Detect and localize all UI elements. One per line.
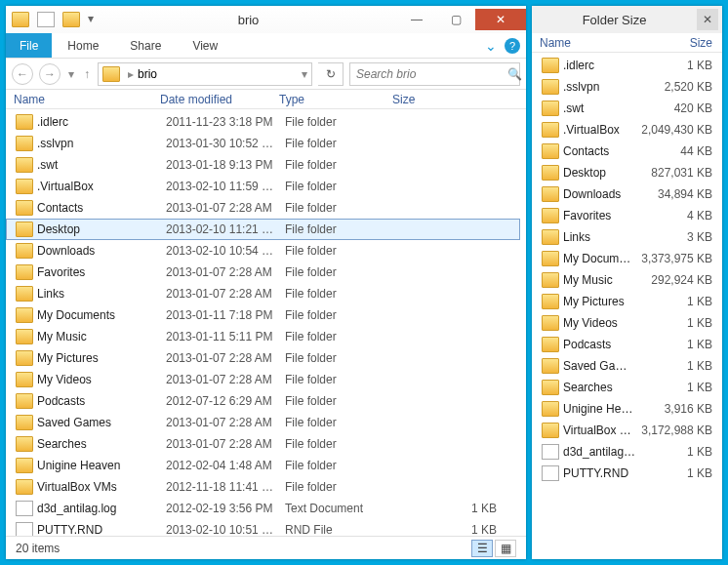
view-details-button[interactable]: ☰: [471, 540, 493, 557]
side-close-button[interactable]: ✕: [697, 9, 718, 30]
table-row[interactable]: Favorites2013-01-07 2:28 AMFile folder: [6, 262, 526, 283]
table-row[interactable]: VirtualBox VMs2012-11-18 11:41 …File fol…: [6, 476, 526, 498]
item-name: Saved Games: [563, 359, 636, 373]
search-input[interactable]: [356, 67, 504, 81]
item-type: Text Document: [285, 502, 398, 515]
item-type: File folder: [285, 180, 398, 193]
folder-icon: [542, 208, 559, 223]
table-row[interactable]: Desktop827,031 KB: [532, 162, 722, 183]
close-button[interactable]: ✕: [475, 9, 526, 30]
ribbon-expand-icon[interactable]: ⌄: [477, 38, 505, 54]
address-dropdown-icon[interactable]: ▾: [302, 67, 307, 81]
table-row[interactable]: .sslvpn2013-01-30 10:52 …File folder: [6, 133, 526, 154]
table-row[interactable]: Searches2013-01-07 2:28 AMFile folder: [6, 433, 526, 455]
item-date: 2013-02-10 10:51 …: [166, 523, 285, 536]
table-row[interactable]: My Documents3,373,975 KB: [532, 248, 722, 269]
maximize-button[interactable]: ▢: [436, 9, 475, 30]
side-col-name[interactable]: Name: [532, 36, 636, 50]
breadcrumb-sep-icon[interactable]: ▸: [128, 67, 134, 81]
table-row[interactable]: My Videos2013-01-07 2:28 AMFile folder: [6, 369, 526, 390]
breadcrumb-path[interactable]: brio: [138, 67, 157, 81]
item-name: .swt: [37, 158, 166, 172]
col-size[interactable]: Size: [384, 93, 526, 106]
table-row[interactable]: .sslvpn2,520 KB: [532, 76, 722, 98]
title-bar[interactable]: ▾ brio — ▢ ✕: [6, 6, 526, 33]
table-row[interactable]: Unigine Heaven3,916 KB: [532, 398, 722, 420]
table-row[interactable]: PUTTY.RND2013-02-10 10:51 …RND File1 KB: [6, 519, 526, 536]
table-row[interactable]: Links2013-01-07 2:28 AMFile folder: [6, 283, 526, 304]
file-tab[interactable]: File: [6, 33, 52, 58]
table-row[interactable]: Desktop2013-02-10 11:21 …File folder: [6, 219, 520, 240]
table-row[interactable]: PUTTY.RND1 KB: [532, 463, 722, 484]
item-date: 2013-01-30 10:52 …: [166, 137, 285, 150]
table-row[interactable]: Unigine Heaven2012-02-04 1:48 AMFile fol…: [6, 455, 526, 476]
table-row[interactable]: .VirtualBox2,049,430 KB: [532, 119, 722, 141]
table-row[interactable]: My Music292,924 KB: [532, 269, 722, 291]
item-date: 2013-01-18 9:13 PM: [166, 158, 285, 172]
refresh-button[interactable]: ↻: [318, 62, 344, 86]
forward-button[interactable]: →: [39, 63, 61, 85]
table-row[interactable]: My Documents2013-01-11 7:18 PMFile folde…: [6, 304, 526, 326]
side-file-list[interactable]: .idlerc1 KB.sslvpn2,520 KB.swt420 KB.Vir…: [532, 53, 722, 559]
table-row[interactable]: Downloads2013-02-10 10:54 …File folder: [6, 240, 526, 262]
item-size: 44 KB: [636, 144, 722, 158]
table-row[interactable]: Downloads34,894 KB: [532, 183, 722, 205]
side-col-size[interactable]: Size: [636, 36, 722, 50]
col-type[interactable]: Type: [271, 93, 384, 106]
table-row[interactable]: Contacts44 KB: [532, 141, 722, 162]
table-row[interactable]: VirtualBox VMs3,172,988 KB: [532, 420, 722, 441]
table-row[interactable]: My Pictures1 KB: [532, 291, 722, 312]
table-row[interactable]: d3d_antilag.log1 KB: [532, 441, 722, 463]
tab-share[interactable]: Share: [114, 39, 177, 53]
qat-chevron-icon[interactable]: ▾: [88, 12, 94, 27]
table-row[interactable]: My Videos1 KB: [532, 312, 722, 334]
table-row[interactable]: My Pictures2013-01-07 2:28 AMFile folder: [6, 347, 526, 369]
table-row[interactable]: d3d_antilag.log2012-02-19 3:56 PMText Do…: [6, 498, 526, 519]
table-row[interactable]: My Music2013-01-11 5:11 PMFile folder: [6, 326, 526, 347]
address-bar[interactable]: ▸ brio ▾: [98, 62, 312, 86]
item-name: .VirtualBox: [37, 180, 166, 193]
item-size: 1 KB: [636, 445, 722, 459]
folder-icon: [16, 264, 33, 280]
qat-newfolder-icon[interactable]: [62, 12, 80, 27]
table-row[interactable]: .swt2013-01-18 9:13 PMFile folder: [6, 154, 526, 176]
view-icons-button[interactable]: ▦: [495, 540, 516, 557]
item-type: File folder: [285, 222, 398, 236]
item-name: d3d_antilag.log: [37, 502, 166, 515]
table-row[interactable]: .idlerc2011-11-23 3:18 PMFile folder: [6, 111, 526, 133]
table-row[interactable]: Saved Games2013-01-07 2:28 AMFile folder: [6, 412, 526, 433]
tab-view[interactable]: View: [177, 39, 233, 53]
side-title-bar[interactable]: Folder Size ✕: [532, 6, 722, 33]
search-icon[interactable]: 🔍: [507, 67, 522, 81]
search-box[interactable]: 🔍: [349, 62, 520, 86]
table-row[interactable]: Contacts2013-01-07 2:28 AMFile folder: [6, 197, 526, 219]
minimize-button[interactable]: —: [397, 9, 436, 30]
item-size: 1 KB: [636, 59, 722, 72]
folder-icon: [542, 101, 559, 116]
up-button[interactable]: ↑: [82, 67, 92, 81]
table-row[interactable]: Searches1 KB: [532, 377, 722, 398]
table-row[interactable]: Podcasts2012-07-12 6:29 AMFile folder: [6, 390, 526, 412]
table-row[interactable]: Saved Games1 KB: [532, 355, 722, 377]
help-icon[interactable]: ?: [505, 38, 520, 54]
folder-icon: [16, 479, 33, 495]
history-dropdown-icon[interactable]: ▾: [66, 67, 76, 81]
qat-properties-icon[interactable]: [37, 12, 55, 27]
folder-icon: [16, 436, 33, 452]
back-button[interactable]: ←: [12, 63, 33, 85]
table-row[interactable]: .swt420 KB: [532, 98, 722, 119]
side-column-headers: Name Size: [532, 33, 722, 53]
item-name: Podcasts: [37, 394, 166, 408]
folder-icon: [542, 229, 559, 245]
table-row[interactable]: Favorites4 KB: [532, 205, 722, 226]
col-name[interactable]: Name: [6, 93, 152, 106]
tab-home[interactable]: Home: [52, 39, 114, 53]
item-type: File folder: [285, 330, 398, 343]
table-row[interactable]: Podcasts1 KB: [532, 334, 722, 355]
table-row[interactable]: Links3 KB: [532, 226, 722, 248]
file-list[interactable]: .idlerc2011-11-23 3:18 PMFile folder.ssl…: [6, 109, 526, 536]
table-row[interactable]: .VirtualBox2013-02-10 11:59 …File folder: [6, 176, 526, 197]
col-date[interactable]: Date modified: [152, 93, 271, 106]
item-name: .VirtualBox: [563, 123, 636, 137]
table-row[interactable]: .idlerc1 KB: [532, 55, 722, 76]
